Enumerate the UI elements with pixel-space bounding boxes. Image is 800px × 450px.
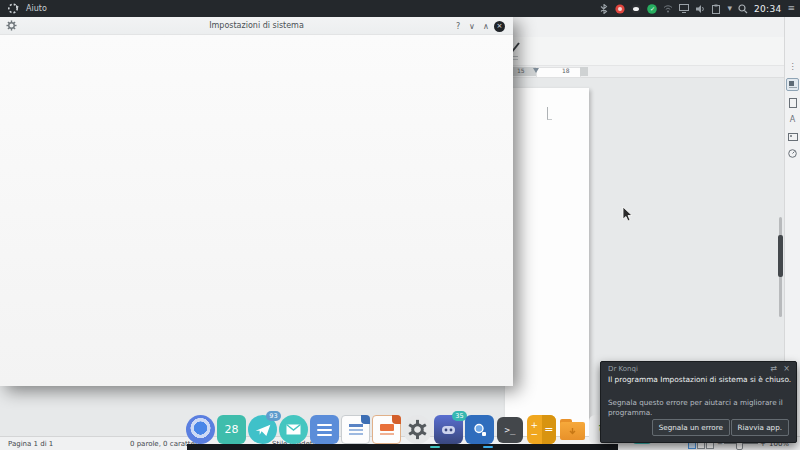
text-cursor — [547, 107, 552, 120]
shield-check-icon[interactable]: ✓ — [647, 4, 657, 14]
top-panel: Aiuto ✓ ▾ 20:34 ≡ — [0, 0, 800, 17]
vertical-scrollbar-thumb[interactable] — [778, 235, 783, 277]
sidebar-menu-icon[interactable]: ⋮ — [787, 61, 798, 72]
crash-heading: Il programma Impostazioni di sistema si … — [608, 375, 791, 384]
dock-impress-icon[interactable] — [372, 415, 401, 444]
maximize-button[interactable]: ∧ — [480, 20, 492, 32]
clock[interactable]: 20:34 — [754, 4, 781, 14]
ruler-right-margin — [580, 67, 588, 76]
document-page[interactable] — [505, 88, 589, 437]
bluetooth-icon[interactable] — [599, 4, 609, 14]
volume-icon[interactable] — [695, 4, 705, 14]
ruler-active-area — [536, 67, 581, 78]
dock-discover-icon[interactable] — [465, 415, 494, 444]
sidebar-properties-icon[interactable] — [786, 78, 799, 91]
close-button[interactable]: × — [494, 21, 505, 32]
crash-body-text: Segnala questo errore per aiutarci a mig… — [608, 398, 786, 419]
record-icon[interactable] — [615, 4, 625, 14]
writer-icon-fold — [361, 415, 370, 424]
sidebar-gallery-icon[interactable] — [787, 131, 798, 142]
report-error-button[interactable]: Segnala un errore — [652, 419, 730, 436]
dock-browser-icon[interactable] — [186, 415, 215, 444]
settings-titlebar[interactable]: Impostazioni di sistema ? ∨ ∧ × — [0, 17, 513, 35]
clipboard-icon[interactable] — [711, 4, 721, 14]
app-launcher-icon[interactable] — [7, 3, 19, 14]
system-settings-window: Impostazioni di sistema ? ∨ ∧ × — [0, 17, 513, 386]
ruler-number: 15 — [517, 67, 525, 74]
notification-actions-icon[interactable]: ⇄ — [771, 364, 778, 373]
ruler-number: 18 — [562, 67, 570, 74]
settings-window-body — [0, 35, 513, 386]
panel-hamburger-icon[interactable]: ≡ — [787, 4, 795, 13]
drkonqi-notification: Dr Konqi ⇄ × Il programma Impostazioni d… — [600, 361, 797, 443]
indent-marker[interactable] — [533, 68, 539, 73]
page-count-field[interactable]: Pagina 1 di 1 — [8, 440, 53, 448]
dock-writer-icon[interactable] — [341, 415, 370, 444]
dock-calendar-icon[interactable]: 28 — [217, 415, 246, 444]
restart-app-button[interactable]: Riavvia app. — [731, 419, 789, 436]
notification-app-name: Dr Konqi — [608, 365, 638, 373]
dock-settings-icon[interactable] — [403, 415, 432, 444]
display-icon[interactable] — [679, 4, 689, 14]
search-icon[interactable] — [738, 4, 748, 14]
running-indicator — [430, 446, 440, 448]
dock-mail-icon[interactable] — [279, 415, 308, 444]
help-button[interactable]: ? — [452, 20, 464, 32]
dock-panel — [187, 444, 618, 450]
tray-expand-caret-icon[interactable]: ▾ — [727, 4, 732, 13]
dock-steam-icon[interactable]: 35 — [434, 415, 463, 444]
menu-aiuto[interactable]: Aiuto — [26, 4, 47, 13]
dock-calculator-icon[interactable]: +− = — [527, 415, 556, 444]
impress-icon-fold — [392, 415, 401, 424]
window-title: Impostazioni di sistema — [0, 21, 513, 30]
sidebar-navigator-icon[interactable] — [787, 148, 798, 159]
sidebar-page-icon[interactable] — [787, 97, 798, 108]
notification-close-icon[interactable]: × — [783, 364, 790, 373]
dock-terminal-icon[interactable]: >_ — [497, 417, 523, 443]
sidebar-styles-icon[interactable]: A — [787, 114, 798, 125]
dock-downloads-folder-icon[interactable] — [558, 415, 587, 444]
running-indicator — [483, 446, 493, 448]
dock-telegram-icon[interactable]: 93 — [248, 415, 277, 444]
discord-icon[interactable] — [631, 4, 641, 14]
mouse-cursor — [622, 206, 633, 222]
system-tray: ✓ ▾ 20:34 ≡ — [599, 0, 800, 17]
dock-archive-icon[interactable] — [310, 415, 339, 444]
minimize-button[interactable]: ∨ — [466, 20, 478, 32]
wifi-icon[interactable] — [663, 4, 673, 14]
